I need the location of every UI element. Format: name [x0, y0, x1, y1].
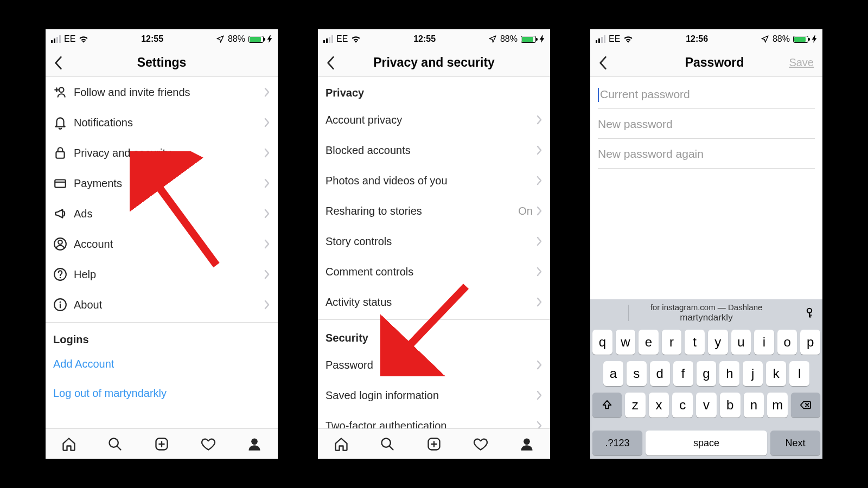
- row-account-privacy[interactable]: Account privacy: [318, 105, 550, 135]
- key-k[interactable]: k: [766, 361, 786, 386]
- key-j[interactable]: j: [743, 361, 763, 386]
- card-icon: [53, 176, 74, 190]
- settings-row-account[interactable]: Account: [46, 229, 278, 259]
- add-account-link[interactable]: Add Account: [46, 349, 278, 378]
- chevron-right-icon: [264, 178, 270, 188]
- row-saved-login-information[interactable]: Saved login information: [318, 380, 550, 410]
- status-time: 12:56: [686, 34, 708, 44]
- chevron-right-icon: [536, 360, 542, 370]
- key-m[interactable]: m: [767, 393, 788, 418]
- row-two-factor-authentication[interactable]: Two-factor authentication: [318, 410, 550, 428]
- follow-invite-icon: [53, 85, 74, 99]
- bell-icon: [53, 115, 74, 130]
- row-label: Two-factor authentication: [326, 420, 536, 429]
- keyboard: for instagram.com — Dashlane martyndarkl…: [590, 299, 822, 459]
- settings-row-payments[interactable]: Payments: [46, 168, 278, 198]
- key-y[interactable]: y: [708, 330, 728, 355]
- key-x[interactable]: x: [649, 393, 669, 418]
- key-i[interactable]: i: [754, 330, 774, 355]
- key-z[interactable]: z: [625, 393, 646, 418]
- key-r[interactable]: r: [662, 330, 682, 355]
- charging-icon: [812, 35, 817, 43]
- row-story-controls[interactable]: Story controls: [318, 226, 550, 256]
- key-e[interactable]: e: [639, 330, 659, 355]
- key-f[interactable]: f: [673, 361, 693, 386]
- logout-link[interactable]: Log out of martyndarkly: [46, 378, 278, 408]
- key-s[interactable]: s: [627, 361, 647, 386]
- chevron-right-icon: [536, 115, 542, 125]
- numeric-key[interactable]: .?123: [592, 431, 642, 455]
- row-label: Story controls: [326, 235, 536, 248]
- row-comment-controls[interactable]: Comment controls: [318, 256, 550, 287]
- new-password-input[interactable]: [598, 109, 815, 138]
- chevron-right-icon: [536, 297, 542, 307]
- key-w[interactable]: w: [616, 330, 636, 355]
- battery-icon: [248, 36, 264, 43]
- key-l[interactable]: l: [789, 361, 809, 386]
- tab-profile[interactable]: [519, 436, 534, 452]
- key-a[interactable]: a: [603, 361, 623, 386]
- tab-add[interactable]: [154, 436, 169, 452]
- settings-row-notifications[interactable]: Notifications: [46, 107, 278, 138]
- tab-activity[interactable]: [473, 436, 488, 452]
- settings-row-follow-and-invite-friends[interactable]: Follow and invite friends: [46, 77, 278, 107]
- carrier-label: EE: [609, 34, 620, 44]
- page-title: Privacy and security: [326, 55, 542, 70]
- svg-point-17: [807, 309, 812, 313]
- row-photos-and-videos-of-you[interactable]: Photos and videos of you: [318, 165, 550, 196]
- key-b[interactable]: b: [720, 393, 741, 418]
- row-blocked-accounts[interactable]: Blocked accounts: [318, 135, 550, 165]
- wifi-icon: [623, 35, 633, 43]
- row-label: Saved login information: [326, 389, 536, 402]
- battery-icon: [521, 36, 536, 43]
- tab-home[interactable]: [61, 436, 76, 452]
- row-label: Password: [326, 359, 536, 371]
- tab-home[interactable]: [334, 436, 349, 452]
- chevron-right-icon: [264, 209, 270, 219]
- keyboard-suggestion[interactable]: for instagram.com — Dashlane martyndarkl…: [590, 299, 822, 326]
- shift-key[interactable]: [592, 393, 622, 418]
- tab-search[interactable]: [380, 436, 395, 452]
- key-d[interactable]: d: [650, 361, 670, 386]
- key-v[interactable]: v: [696, 393, 717, 418]
- key-g[interactable]: g: [697, 361, 717, 386]
- svg-rect-1: [56, 152, 64, 158]
- key-n[interactable]: n: [744, 393, 764, 418]
- row-label: Privacy and security: [74, 147, 264, 159]
- key-u[interactable]: u: [731, 330, 751, 355]
- settings-row-about[interactable]: About: [46, 290, 278, 320]
- row-password[interactable]: Password: [318, 350, 550, 380]
- back-button[interactable]: [598, 56, 614, 70]
- settings-list: Follow and invite friendsNotificationsPr…: [46, 77, 278, 428]
- key-h[interactable]: h: [719, 361, 739, 386]
- current-password-input[interactable]: [598, 79, 815, 108]
- backspace-key[interactable]: [791, 393, 820, 418]
- tab-search[interactable]: [107, 436, 123, 452]
- row-activity-status[interactable]: Activity status: [318, 287, 550, 317]
- key-t[interactable]: t: [685, 330, 705, 355]
- settings-row-privacy-and-security[interactable]: Privacy and security: [46, 138, 278, 168]
- next-key[interactable]: Next: [770, 431, 820, 455]
- tab-add[interactable]: [426, 436, 442, 452]
- settings-row-help[interactable]: Help: [46, 259, 278, 290]
- key-o[interactable]: o: [777, 330, 797, 355]
- tab-profile[interactable]: [247, 436, 262, 452]
- row-resharing-to-stories[interactable]: Resharing to storiesOn: [318, 196, 550, 226]
- screen-settings: EE 12:55 88% Settings Follow and: [46, 29, 278, 459]
- battery-pct: 88%: [500, 34, 518, 44]
- chevron-right-icon: [536, 421, 542, 428]
- row-value: On: [518, 205, 533, 217]
- settings-row-ads[interactable]: Ads: [46, 198, 278, 229]
- key-q[interactable]: q: [592, 330, 612, 355]
- key-c[interactable]: c: [672, 393, 693, 418]
- new-password-again-input[interactable]: [598, 139, 815, 168]
- about-icon: [53, 298, 74, 312]
- lock-icon: [53, 146, 74, 160]
- svg-point-8: [60, 301, 61, 303]
- svg-point-6: [60, 277, 61, 279]
- key-p[interactable]: p: [800, 330, 820, 355]
- space-key[interactable]: space: [646, 431, 767, 455]
- tab-activity[interactable]: [201, 436, 216, 452]
- save-button[interactable]: Save: [789, 56, 814, 69]
- row-label: Photos and videos of you: [326, 175, 536, 187]
